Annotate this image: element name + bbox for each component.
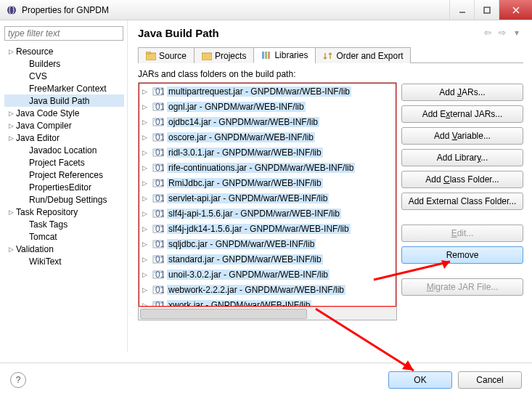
tab[interactable]: Order and Export xyxy=(315,47,411,63)
tree-item-label: Run/Debug Settings xyxy=(29,195,107,205)
tree-item-label: Validation xyxy=(16,244,54,254)
expand-icon: ▷ xyxy=(142,149,150,156)
tab[interactable]: Libraries xyxy=(253,47,316,63)
tree-item[interactable]: Project Facets xyxy=(4,156,124,169)
tab[interactable]: Projects xyxy=(194,47,254,63)
help-button[interactable]: ? xyxy=(10,372,26,388)
cancel-button[interactable]: Cancel xyxy=(458,371,522,389)
edit-button: Edit... xyxy=(401,225,523,242)
nav-menu-icon[interactable]: ▾ xyxy=(510,26,523,39)
tree-item[interactable]: Project References xyxy=(4,169,124,181)
svg-rect-11 xyxy=(268,52,270,59)
tab[interactable]: Source xyxy=(138,47,195,63)
nav-back-icon[interactable]: ⇦ xyxy=(481,26,494,39)
expand-arrow-icon: ▷ xyxy=(9,110,16,117)
svg-text:010: 010 xyxy=(155,209,164,219)
tree-item[interactable]: Task Tags xyxy=(4,218,124,230)
tree-item-label: Java Code Style xyxy=(16,108,79,118)
tree-item[interactable]: WikiText xyxy=(4,255,124,267)
jar-row[interactable]: ▷010rife-continuations.jar - GNPDM/war/W… xyxy=(139,160,396,175)
tree-item[interactable]: Run/Debug Settings xyxy=(4,193,124,206)
close-button[interactable] xyxy=(499,0,532,20)
jar-label: webwork-2.2.2.jar - GNPDM/war/WEB-INF/li… xyxy=(167,285,345,295)
jar-list[interactable]: ▷010multipartrequest.jar - GNPDM/war/WEB… xyxy=(139,83,396,307)
jar-row[interactable]: ▷010servlet-api.jar - GNPDM/war/WEB-INF/… xyxy=(139,190,396,206)
jar-label: slf4j-api-1.5.6.jar - GNPDM/war/WEB-INF/… xyxy=(167,209,341,219)
minimize-button[interactable] xyxy=(449,0,474,20)
scrollbar-thumb[interactable] xyxy=(140,309,307,319)
tree-item-label: Java Build Path xyxy=(29,96,89,106)
add-external-class-folder-button[interactable]: Add External Class Folder... xyxy=(401,193,523,210)
jar-row[interactable]: ▷010xwork.jar - GNPDM/war/WEB-INF/lib xyxy=(139,297,396,307)
nav-fwd-icon[interactable]: ⇨ xyxy=(496,26,509,39)
jar-icon: 010 xyxy=(152,117,164,127)
jar-row[interactable]: ▷010ridl-3.0.1.jar - GNPDM/war/WEB-INF/l… xyxy=(139,145,396,160)
tab-label: Order and Export xyxy=(336,51,403,61)
remove-button[interactable]: Remove xyxy=(401,246,523,264)
expand-icon: ▷ xyxy=(142,256,150,263)
expand-icon: ▷ xyxy=(142,118,150,126)
tree-item-label: WikiText xyxy=(29,256,62,267)
add-variable-button[interactable]: Add Variable... xyxy=(401,127,523,145)
migrate-jar-button: Migrate JAR File... xyxy=(401,278,523,296)
tree-item[interactable]: Tomcat xyxy=(4,230,124,243)
jar-icon: 010 xyxy=(152,270,164,280)
expand-arrow-icon: ▷ xyxy=(9,48,16,55)
ok-button[interactable]: OK xyxy=(388,371,452,389)
svg-text:010: 010 xyxy=(155,148,164,158)
jar-row[interactable]: ▷010RmiJdbc.jar - GNPDM/war/WEB-INF/lib xyxy=(139,175,396,190)
add-jars-button[interactable]: Add JARs... xyxy=(401,84,523,101)
tree-item[interactable]: Javadoc Location xyxy=(4,144,124,156)
tree-item[interactable]: ▷Resource xyxy=(4,45,124,57)
tree-item[interactable]: ▷Java Code Style xyxy=(4,107,124,119)
jar-label: multipartrequest.jar - GNPDM/war/WEB-INF… xyxy=(167,86,351,97)
tree-item[interactable]: CVS xyxy=(4,70,124,82)
source-tab-icon xyxy=(146,52,156,60)
tree-item-label: Java Compiler xyxy=(16,121,72,131)
tree-item[interactable]: ▷Java Editor xyxy=(4,132,124,144)
expand-icon: ▷ xyxy=(142,302,150,307)
horizontal-scrollbar[interactable] xyxy=(139,307,396,320)
tree-item[interactable]: ▷Java Compiler xyxy=(4,119,124,132)
jar-row[interactable]: ▷010oscore.jar - GNPDM/war/WEB-INF/lib xyxy=(139,129,396,145)
tree-item[interactable]: ▷Task Repository xyxy=(4,206,124,218)
jar-icon: 010 xyxy=(152,102,164,112)
tree-item[interactable]: Builders xyxy=(4,57,124,70)
tree-item[interactable]: PropertiesEditor xyxy=(4,181,124,193)
tree-item[interactable]: FreeMarker Context xyxy=(4,82,124,94)
jar-list-container: ▷010multipartrequest.jar - GNPDM/war/WEB… xyxy=(138,82,397,320)
jar-icon: 010 xyxy=(152,193,164,203)
tree-item-label: Tomcat xyxy=(29,232,57,242)
jar-row[interactable]: ▷010standard.jar - GNPDM/war/WEB-INF/lib xyxy=(139,251,396,267)
jar-icon: 010 xyxy=(152,148,164,158)
jar-row[interactable]: ▷010webwork-2.2.2.jar - GNPDM/war/WEB-IN… xyxy=(139,282,396,297)
add-class-folder-button[interactable]: Add Class Folder... xyxy=(401,171,523,188)
jar-label: ojdbc14.jar - GNPDM/war/WEB-INF/lib xyxy=(167,117,319,127)
tree-item-label: Project References xyxy=(29,170,103,180)
tree-item[interactable]: Java Build Path xyxy=(4,94,124,107)
jar-row[interactable]: ▷010ognl.jar - GNPDM/war/WEB-INF/lib xyxy=(139,99,396,114)
add-library-button[interactable]: Add Library... xyxy=(401,149,523,166)
jar-icon: 010 xyxy=(152,300,164,307)
maximize-button[interactable] xyxy=(474,0,499,20)
jar-row[interactable]: ▷010slf4j-api-1.5.6.jar - GNPDM/war/WEB-… xyxy=(139,206,396,221)
expand-icon: ▷ xyxy=(142,286,150,294)
footer: ? OK Cancel xyxy=(0,363,532,396)
svg-text:010: 010 xyxy=(155,300,164,307)
jar-row[interactable]: ▷010unoil-3.0.2.jar - GNPDM/war/WEB-INF/… xyxy=(139,267,396,282)
tree-item-label: Project Facets xyxy=(29,158,85,168)
jar-icon: 010 xyxy=(152,254,164,264)
jar-row[interactable]: ▷010sqljdbc.jar - GNPDM/war/WEB-INF/lib xyxy=(139,236,396,251)
svg-text:010: 010 xyxy=(155,163,164,173)
add-external-jars-button[interactable]: Add External JARs... xyxy=(401,105,523,123)
tree-item[interactable]: ▷Validation xyxy=(4,243,124,255)
filter-input[interactable] xyxy=(4,26,123,41)
jar-row[interactable]: ▷010ojdbc14.jar - GNPDM/war/WEB-INF/lib xyxy=(139,114,396,129)
tab-label: Libraries xyxy=(274,50,308,60)
jar-icon: 010 xyxy=(152,224,164,234)
jar-row[interactable]: ▷010multipartrequest.jar - GNPDM/war/WEB… xyxy=(139,84,396,99)
jar-icon: 010 xyxy=(152,163,164,173)
jar-row[interactable]: ▷010slf4j-jdk14-1.5.6.jar - GNPDM/war/WE… xyxy=(139,221,396,236)
expand-arrow-icon: ▷ xyxy=(9,209,16,216)
svg-text:010: 010 xyxy=(155,117,164,127)
